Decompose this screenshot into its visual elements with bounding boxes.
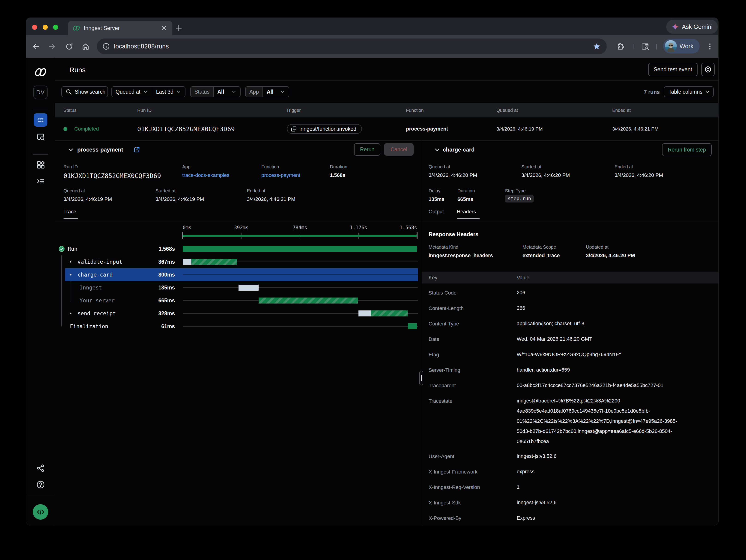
run-function: process-payment [406,126,448,132]
time-filter[interactable]: Queued at Last 3d [111,86,185,97]
reading-mode-icon[interactable] [641,42,649,51]
trace-span-name: Run [68,246,78,252]
time-field-dropdown[interactable]: Queued at [112,87,152,97]
trace-span-duration: 135ms [158,285,175,291]
gemini-icon [671,23,679,31]
header-row: X-Inngest-Sdkinngest-js:v3.52.6 [422,495,718,511]
field-value: 01KJXD1TQCZ852GMEX0CQF3D69 [63,172,161,179]
trace-row-charge-card[interactable]: charge-card800ms [55,268,421,281]
trace-row-finalization[interactable]: Finalization61ms [55,320,421,333]
header-value: 266 [517,301,678,316]
ask-gemini-label: Ask Gemini [682,23,713,30]
trace-span-name: send-receipt [78,311,116,317]
header-key: Content-Type [429,319,459,329]
send-test-event-button[interactable]: Send test event [648,63,697,76]
tab-headers[interactable]: Headers [457,209,476,215]
forward-icon[interactable] [48,43,56,51]
meta-value: inngest.response_headers [429,253,493,259]
trigger-chip[interactable]: inngest/function.invoked [287,124,362,134]
trace-minimap[interactable] [183,235,417,237]
field-value: 3/4/2026, 4:46:20 PM [429,172,477,178]
inngest-app: DV [26,58,718,525]
sidebar-item-functions[interactable] [26,177,55,186]
url-text[interactable]: localhost:8288/runs [114,43,169,50]
run-detail-panel: process-payment Rerun Cancel Run ID01KJX… [55,141,421,525]
col-function: Function [406,108,424,113]
trace-row-your-server[interactable]: Your server665ms [55,294,421,307]
sidebar-divider [33,154,48,154]
tab-title: Inngest Server [84,25,120,31]
app-filter-dropdown[interactable]: All [263,87,289,97]
filter-bar: Show search Queued at Last 3d [55,81,718,103]
step-type-chip: step.run [505,195,534,203]
run-detail-section: process-payment Rerun Cancel Run ID01KJX… [55,141,718,525]
chevron-down-icon [231,89,236,94]
profile-chip[interactable]: Work [663,39,700,54]
runs-table-header: Status Run ID Trigger Function Queued at… [55,103,718,117]
home-icon[interactable] [82,43,89,51]
trace-bar-solid [408,323,417,329]
sidebar-item-events[interactable] [26,132,55,141]
show-search-button[interactable]: Show search [61,86,108,97]
trigger-name: inngest/function.invoked [299,126,356,132]
inngest-logo-icon[interactable] [26,67,55,78]
trace-row-run[interactable]: Run1.568s [55,242,421,255]
tab-output[interactable]: Output [429,209,444,215]
env-badge[interactable]: DV [26,86,55,99]
rerun-from-step-button[interactable]: Rerun from step [662,143,712,156]
back-icon[interactable] [32,43,40,51]
header-value: 206 [517,285,678,300]
reload-icon[interactable] [65,43,73,51]
chevron-down-icon[interactable] [69,273,73,276]
header-value: inngest-js:v3.52.6 [517,495,678,510]
new-tab-button[interactable] [175,24,183,32]
traffic-light-close[interactable] [32,25,37,30]
app-filter-label: App [246,87,263,97]
browser-menu-icon[interactable] [706,42,714,51]
tab-close-icon[interactable] [161,25,167,31]
trace-row-inngest[interactable]: Inngest135ms [55,281,421,294]
status-filter-dropdown[interactable]: All [213,87,240,97]
dev-server-button[interactable] [26,504,55,520]
bookmark-star-icon[interactable] [593,42,601,50]
help-icon[interactable] [26,480,55,489]
extensions-icon[interactable] [616,42,625,51]
run-status: Completed [74,126,99,132]
tab-trace[interactable]: Trace [63,209,76,215]
collapse-run-chevron-icon[interactable] [67,146,74,153]
sidebar-item-runs[interactable] [26,113,55,127]
field-value[interactable]: trace-docs-examples [182,172,229,178]
app-filter[interactable]: App All [245,86,289,97]
trace-row-validate-input[interactable]: validate-input367ms [55,255,421,268]
traffic-light-minimize[interactable] [43,25,48,30]
browser-tab[interactable]: Inngest Server [68,21,172,35]
site-info-icon[interactable] [103,43,110,50]
chevron-right-icon[interactable] [69,260,73,264]
open-run-external-icon[interactable] [133,146,140,153]
ask-gemini-button[interactable]: Ask Gemini [666,20,718,34]
cancel-button[interactable]: Cancel [384,143,413,156]
share-icon[interactable] [26,464,55,473]
collapse-step-chevron-icon[interactable] [434,146,440,153]
sidebar-item-apps[interactable] [26,160,55,169]
field-value[interactable]: process-payment [261,172,300,178]
trace-row-send-receipt[interactable]: send-receipt328ms [55,307,421,320]
traffic-light-zoom[interactable] [53,25,58,30]
trace-span-name: Finalization [70,323,108,329]
col-trigger: Trigger [286,108,301,113]
header-value: handler, action;dur=659 [517,362,678,377]
run-table-row[interactable]: Completed 01KJXD1TQCZ852GMEX0CQF3D69 inn… [55,117,718,141]
field-label: Ended at [614,164,633,170]
trace-span-duration: 1.568s [159,246,175,252]
url-bar[interactable]: localhost:8288/runs [97,38,607,54]
rerun-button[interactable]: Rerun [354,143,380,156]
settings-button[interactable] [701,63,715,76]
table-columns-button[interactable]: Table columns [664,86,714,97]
status-filter[interactable]: Status All [190,86,240,97]
run-success-icon [58,246,65,252]
time-range-dropdown[interactable]: Last 3d [152,87,185,97]
field-label: Duration [330,164,347,170]
header-value: application/json; charset=utf-8 [517,316,678,331]
chevron-right-icon[interactable] [69,312,73,315]
header-row: EtagW/"10a-W8k9rUOR+zZG9xQQp8hg7694N1E" [422,347,718,362]
